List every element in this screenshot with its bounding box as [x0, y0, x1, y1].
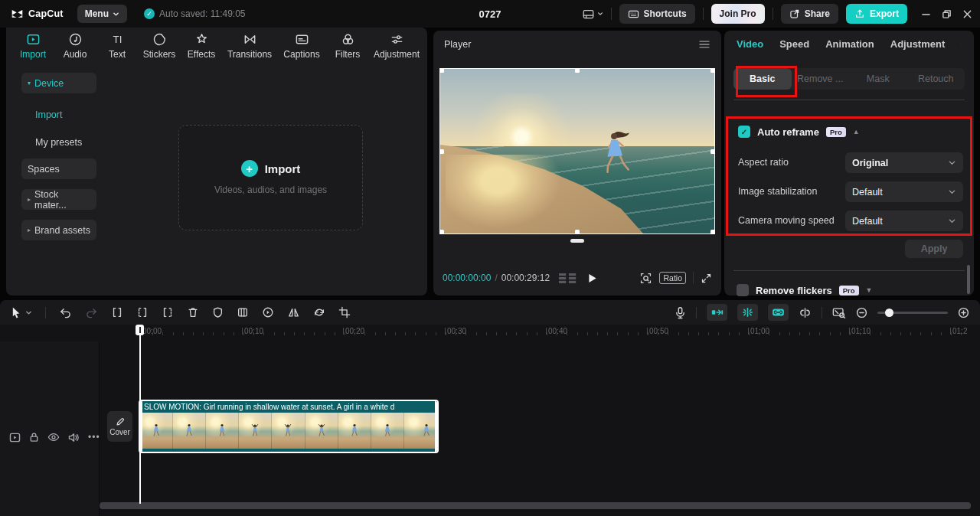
timeline-preview-button[interactable]: [832, 307, 846, 318]
zoom-in-icon[interactable]: [958, 307, 969, 318]
media-tab-stickers[interactable]: Stickers: [142, 32, 177, 60]
transform-handle[interactable]: [575, 230, 580, 234]
mute-track-icon[interactable]: [68, 433, 80, 443]
ratio-button[interactable]: Ratio: [659, 272, 686, 284]
tab-video[interactable]: Video: [737, 38, 763, 50]
rotate-button[interactable]: [313, 306, 325, 318]
player-menu-icon[interactable]: [698, 40, 710, 49]
sidebar-item-stock-materials[interactable]: ▸ Stock mater...: [21, 189, 96, 210]
reverse-button[interactable]: [262, 306, 274, 318]
timeline-ruler[interactable]: 00:00 00:10 00:20 00:30 00:40 00:50 01:0…: [100, 325, 980, 341]
shortcuts-button[interactable]: Shortcuts: [619, 4, 695, 24]
auto-reframe-checkbox[interactable]: ✓: [738, 126, 750, 138]
transform-handle[interactable]: [439, 230, 444, 234]
frame-step-icon[interactable]: [559, 273, 577, 283]
media-tab-text[interactable]: TI Text: [100, 32, 135, 60]
transform-handle[interactable]: [710, 149, 715, 154]
media-tab-transitions[interactable]: Transitions: [226, 32, 273, 60]
sidebar-item-brand-assets[interactable]: ▸ Brand assets: [21, 220, 96, 240]
preview-quality-icon[interactable]: [639, 272, 652, 285]
transform-handle[interactable]: [575, 68, 580, 73]
playhead-handle[interactable]: [136, 325, 144, 335]
image-stabilization-dropdown[interactable]: Default: [845, 181, 963, 202]
split-adjacent-icon[interactable]: [799, 307, 812, 318]
layout-switch-button[interactable]: [582, 8, 603, 20]
subtab-retouch[interactable]: Retouch: [907, 68, 965, 90]
transform-handle[interactable]: [710, 230, 715, 234]
zoom-slider-thumb[interactable]: [885, 309, 893, 317]
close-button[interactable]: [962, 9, 972, 19]
delete-right-button[interactable]: [162, 306, 174, 318]
media-tab-effects[interactable]: Effects: [184, 32, 219, 60]
media-tab-filters[interactable]: Filters: [330, 32, 365, 60]
redo-button[interactable]: [85, 307, 98, 318]
collapse-icon[interactable]: ▲: [853, 128, 860, 136]
sidebar-item-spaces[interactable]: Spaces: [21, 158, 96, 179]
tab-speed[interactable]: Speed: [779, 38, 809, 50]
sidebar-item-my-presets[interactable]: My presets: [21, 132, 96, 152]
aspect-ratio-dropdown[interactable]: Original: [845, 152, 963, 173]
sidebar-item-import[interactable]: Import: [21, 104, 96, 125]
toggle-visibility-icon[interactable]: [47, 433, 60, 442]
subtab-remove[interactable]: Remove ...: [792, 68, 850, 90]
tab-animation[interactable]: Animation: [825, 38, 874, 50]
freeze-frame-button[interactable]: [237, 306, 249, 318]
delete-button[interactable]: [187, 306, 199, 318]
remove-flickers-checkbox[interactable]: [737, 284, 749, 296]
transform-handle[interactable]: [439, 68, 444, 73]
expand-icon[interactable]: ▼: [866, 286, 873, 294]
media-tab-captions[interactable]: Captions: [280, 32, 323, 60]
app-name: CapCut: [28, 8, 64, 19]
crop-button[interactable]: [338, 306, 351, 318]
play-button[interactable]: [588, 273, 597, 283]
playhead-line[interactable]: [139, 334, 141, 504]
mirror-button[interactable]: [287, 306, 300, 318]
join-pro-button[interactable]: Join Pro: [711, 4, 765, 24]
transform-handle[interactable]: [710, 68, 715, 73]
record-voiceover-button[interactable]: [675, 306, 686, 319]
zoom-out-icon[interactable]: [856, 307, 867, 318]
timeline-clip[interactable]: SLOW MOTION: Girl running in shallow wat…: [139, 400, 439, 453]
timeline-scrollbar[interactable]: [100, 502, 971, 509]
clip-thumbnail: [338, 413, 371, 449]
tab-adjustment[interactable]: Adjustment: [890, 38, 946, 50]
mask-button[interactable]: [212, 306, 224, 318]
transform-handle[interactable]: [439, 149, 444, 154]
timeline-panel: 00:00 00:10 00:20 00:30 00:40 00:50 01:0…: [0, 300, 980, 516]
preview-drag-handle[interactable]: [570, 239, 584, 243]
import-dropzone[interactable]: + Import Videos, audios, and images: [178, 125, 363, 230]
adjustment-icon: [390, 32, 404, 47]
clip-trim-handle-right[interactable]: [435, 400, 439, 453]
link-button[interactable]: [768, 304, 789, 321]
media-tab-audio[interactable]: Audio: [57, 32, 93, 60]
subtab-mask[interactable]: Mask: [849, 68, 907, 90]
timeline-zoom-slider[interactable]: [877, 312, 948, 314]
more-icon[interactable]: •••: [88, 432, 100, 443]
media-tab-import[interactable]: Import: [15, 32, 51, 60]
cover-button[interactable]: Cover: [107, 411, 132, 442]
magnetic-snap-button[interactable]: [707, 304, 727, 321]
video-preview[interactable]: [439, 68, 715, 234]
inspector-scrollbar[interactable]: [967, 265, 970, 294]
camera-moving-speed-dropdown[interactable]: Default: [845, 211, 963, 231]
audio-icon: [68, 32, 83, 47]
undo-button[interactable]: [59, 307, 72, 318]
share-button[interactable]: Share: [781, 4, 838, 24]
more-tabs-icon[interactable]: [961, 40, 962, 49]
split-button[interactable]: [111, 306, 123, 318]
menu-button[interactable]: Menu: [77, 5, 127, 23]
select-tool-button[interactable]: [11, 306, 32, 318]
lock-track-icon[interactable]: [29, 432, 39, 443]
inspector-panel: Video Speed Animation Adjustment Basic R…: [724, 31, 974, 296]
export-button[interactable]: Export: [846, 4, 907, 24]
fullscreen-icon[interactable]: [701, 273, 712, 284]
media-tab-adjustment[interactable]: Adjustment: [372, 32, 421, 60]
restore-button[interactable]: [942, 9, 952, 19]
sidebar-item-device[interactable]: ▾ Device: [21, 73, 96, 93]
delete-left-button[interactable]: [136, 306, 149, 318]
minimize-button[interactable]: [921, 9, 931, 19]
apply-button[interactable]: Apply: [905, 240, 963, 258]
pro-badge: Pro: [826, 127, 846, 137]
auto-split-button[interactable]: [737, 304, 758, 321]
subtab-basic[interactable]: Basic: [733, 68, 792, 90]
